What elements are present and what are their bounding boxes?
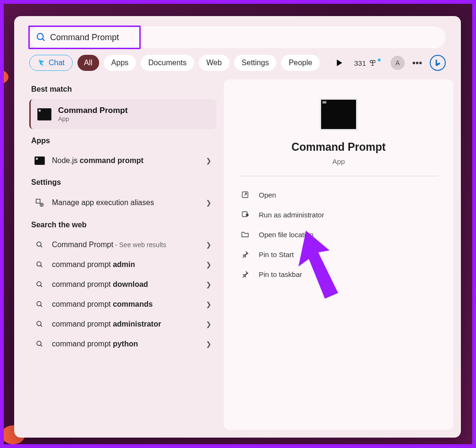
pin-icon: [241, 270, 250, 278]
settings-item[interactable]: Manage app execution aliases ❯: [29, 192, 216, 213]
chevron-right-icon: ❯: [206, 281, 212, 288]
svg-point-6: [37, 262, 41, 266]
action-open-location[interactable]: Open file location: [239, 224, 438, 244]
web-item-label: command prompt commands: [52, 300, 199, 309]
web-item[interactable]: Command Prompt - See web results ❯: [29, 235, 216, 255]
section-settings: Settings: [31, 178, 216, 187]
svg-point-10: [37, 302, 41, 306]
svg-line-11: [41, 305, 42, 307]
shield-icon: [241, 210, 250, 219]
bing-icon[interactable]: [430, 55, 446, 71]
search-icon: [34, 241, 45, 249]
tab-web[interactable]: Web: [199, 55, 230, 71]
tab-people[interactable]: People: [281, 55, 320, 71]
search-icon: [34, 300, 45, 309]
chevron-right-icon: ❯: [206, 320, 212, 328]
web-item[interactable]: command prompt commands ❯: [29, 294, 216, 314]
best-match-subtitle: App: [58, 115, 128, 122]
app-item[interactable]: Node.js command prompt ❯: [29, 151, 216, 171]
action-pin-start[interactable]: Pin to Start: [239, 244, 438, 264]
web-item-label: Command Prompt - See web results: [52, 241, 199, 249]
tab-documents[interactable]: Documents: [141, 55, 194, 71]
web-item[interactable]: command prompt admin ❯: [29, 255, 216, 275]
chevron-right-icon: ❯: [206, 301, 212, 308]
web-item-label: command prompt admin: [52, 260, 199, 269]
filter-toolbar: Chat All Apps Documents Web Settings Peo…: [14, 48, 461, 78]
svg-line-1: [42, 39, 45, 41]
action-label: Open file location: [259, 231, 314, 239]
web-item[interactable]: command prompt python ❯: [29, 334, 216, 354]
search-icon: [34, 340, 45, 348]
best-match-title: Command Prompt: [58, 106, 128, 115]
more-icon[interactable]: •••: [412, 58, 422, 69]
open-icon: [241, 190, 250, 199]
chevron-right-icon: ❯: [206, 261, 212, 268]
points-count: 331: [354, 59, 366, 67]
svg-line-15: [41, 345, 42, 346]
section-web: Search the web: [31, 221, 216, 229]
results-list: Best match Command Prompt App Apps Node.…: [29, 78, 221, 430]
svg-point-8: [37, 282, 41, 286]
web-item-label: command prompt python: [52, 340, 199, 348]
web-item[interactable]: command prompt download ❯: [29, 275, 216, 294]
svg-point-12: [37, 321, 41, 326]
svg-line-7: [41, 266, 42, 267]
details-title: Command Prompt: [291, 141, 385, 154]
chevron-right-icon: ❯: [206, 157, 212, 164]
tab-all[interactable]: All: [77, 55, 99, 71]
action-label: Open: [259, 191, 276, 199]
app-icon: [320, 98, 357, 130]
section-apps: Apps: [31, 137, 216, 145]
action-label: Pin to Start: [259, 250, 294, 258]
chevron-right-icon: ❯: [206, 241, 212, 249]
best-match-item[interactable]: Command Prompt App: [29, 99, 216, 129]
search-icon: [34, 260, 45, 269]
tab-apps[interactable]: Apps: [104, 55, 136, 71]
tab-settings[interactable]: Settings: [234, 55, 277, 71]
bg-decoration: [0, 70, 8, 84]
divider: [239, 176, 438, 176]
app-item-label: Node.js command prompt: [52, 156, 199, 165]
cmd-icon: [37, 108, 51, 121]
cmd-icon: [34, 156, 45, 165]
pin-icon: [241, 250, 250, 258]
section-best-match: Best match: [31, 85, 216, 94]
svg-line-13: [41, 325, 42, 327]
search-icon: [36, 32, 46, 43]
points-indicator[interactable]: 331: [354, 59, 382, 67]
svg-point-4: [37, 242, 41, 246]
action-open[interactable]: Open: [239, 185, 438, 205]
web-item-label: command prompt administrator: [52, 320, 199, 328]
details-pane: Command Prompt App Open Run as administr…: [224, 79, 453, 430]
avatar[interactable]: A: [391, 56, 405, 70]
svg-rect-2: [36, 199, 40, 203]
search-icon: [34, 280, 45, 289]
alias-icon: [34, 198, 45, 207]
details-subtitle: App: [332, 157, 345, 165]
search-panel: Chat All Apps Documents Web Settings Peo…: [14, 16, 461, 438]
chevron-right-icon: ❯: [206, 340, 212, 348]
folder-icon: [241, 230, 250, 239]
svg-line-5: [41, 246, 42, 247]
web-item[interactable]: command prompt administrator ❯: [29, 314, 216, 334]
action-pin-taskbar[interactable]: Pin to taskbar: [239, 264, 438, 284]
action-label: Pin to taskbar: [259, 270, 302, 278]
svg-point-14: [37, 341, 41, 345]
search-icon: [34, 320, 45, 328]
search-input[interactable]: [29, 26, 446, 48]
chat-button[interactable]: Chat: [29, 55, 73, 71]
svg-point-0: [37, 34, 43, 40]
svg-line-9: [41, 285, 42, 287]
settings-item-label: Manage app execution aliases: [52, 198, 199, 207]
chat-label: Chat: [49, 59, 65, 67]
action-label: Run as administrator: [259, 211, 324, 219]
web-item-label: command prompt download: [52, 280, 199, 289]
chevron-right-icon: ❯: [206, 199, 212, 207]
play-icon[interactable]: [336, 60, 343, 66]
action-run-admin[interactable]: Run as administrator: [239, 205, 438, 224]
